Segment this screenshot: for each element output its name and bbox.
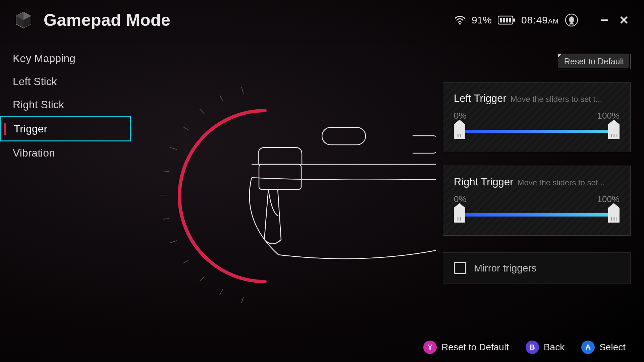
hint-select: A Select	[581, 341, 626, 354]
a-button-icon: A	[581, 341, 595, 354]
right-trigger-card: Right Trigger Move the sliders to set...…	[443, 166, 631, 236]
svg-rect-8	[503, 18, 505, 22]
svg-rect-27	[322, 127, 366, 145]
sidebar-item-vibration[interactable]: Vibration	[0, 141, 131, 165]
app-logo-icon	[13, 10, 34, 30]
svg-line-18	[163, 171, 169, 172]
battery-icon	[498, 15, 515, 25]
svg-line-13	[241, 87, 244, 94]
hint-back: B Back	[526, 341, 565, 354]
left-trigger-card: Left Trigger Move the sliders to set t..…	[443, 82, 631, 152]
svg-line-22	[183, 260, 189, 263]
trigger-illustration	[134, 77, 436, 332]
sidebar-item-key-mapping[interactable]: Key Mapping	[0, 47, 131, 70]
svg-line-17	[170, 147, 177, 149]
right-trigger-slider[interactable]	[454, 208, 620, 221]
right-panel: Reset to Default Left Trigger Move the s…	[443, 57, 631, 284]
sidebar-item-trigger[interactable]: Trigger	[0, 116, 131, 141]
page-title: Gamepad Mode	[44, 10, 170, 30]
svg-line-25	[241, 297, 244, 303]
svg-line-24	[220, 289, 223, 295]
profile-icon[interactable]	[565, 13, 578, 27]
right-trigger-title: Right Trigger	[454, 176, 513, 188]
hint-back-label: Back	[544, 342, 565, 353]
svg-rect-9	[506, 18, 508, 22]
sidebar-item-left-stick[interactable]: Left Stick	[0, 70, 131, 93]
svg-line-23	[200, 277, 204, 281]
hint-reset-label: Reset to Default	[441, 342, 509, 353]
left-trigger-slider[interactable]	[454, 124, 620, 138]
svg-rect-10	[509, 18, 511, 22]
svg-line-21	[170, 241, 177, 243]
b-button-icon: B	[526, 341, 539, 354]
close-button[interactable]: ✕	[617, 13, 631, 27]
right-trigger-hint: Move the sliders to set...	[517, 178, 604, 187]
svg-rect-6	[513, 18, 515, 22]
status-group: 91% 08:49AM ✕	[454, 13, 631, 27]
svg-line-20	[163, 219, 169, 219]
clock: 08:49AM	[521, 14, 559, 26]
svg-line-16	[183, 127, 189, 130]
right-trigger-low-handle[interactable]	[454, 208, 465, 223]
sidebar-item-right-stick[interactable]: Right Stick	[0, 93, 131, 116]
divider	[588, 13, 588, 27]
svg-rect-7	[500, 18, 502, 22]
clock-ampm: AM	[548, 17, 559, 25]
mirror-triggers-label: Mirror triggers	[474, 262, 537, 274]
svg-point-4	[459, 23, 461, 24]
sidebar: Key Mapping Left Stick Right Stick Trigg…	[0, 47, 131, 165]
minimize-button[interactable]	[598, 13, 611, 27]
left-trigger-hint: Move the sliders to set t...	[511, 95, 602, 104]
wifi-icon	[454, 16, 466, 24]
reset-default-button[interactable]: Reset to Default	[558, 54, 631, 69]
topbar: Gamepad Mode 91% 08:49AM	[0, 0, 644, 40]
svg-line-15	[200, 109, 204, 114]
mirror-triggers-toggle[interactable]: Mirror triggers	[443, 252, 631, 284]
battery-percent: 91%	[472, 14, 492, 26]
footer-hints: Y Reset to Default B Back A Select	[423, 341, 626, 354]
mirror-triggers-checkbox[interactable]	[454, 262, 466, 274]
clock-time: 08:49	[521, 14, 548, 25]
left-trigger-title: Left Trigger	[454, 93, 506, 105]
hint-reset: Y Reset to Default	[423, 341, 509, 354]
y-button-icon: Y	[423, 341, 437, 354]
left-trigger-high-handle[interactable]	[608, 124, 620, 139]
right-trigger-high-handle[interactable]	[608, 208, 620, 223]
svg-rect-28	[259, 164, 301, 189]
svg-line-14	[220, 96, 223, 101]
left-trigger-low-handle[interactable]	[454, 124, 465, 139]
hint-select-label: Select	[599, 342, 626, 353]
